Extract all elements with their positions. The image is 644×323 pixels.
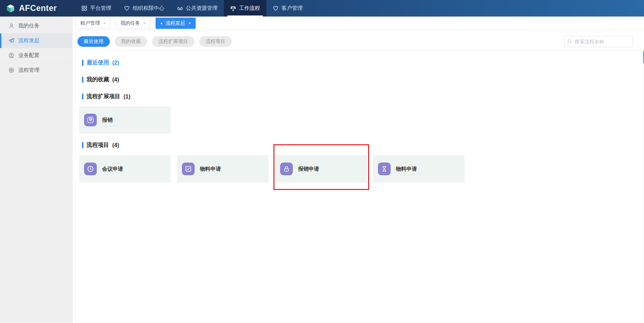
sidebar-item-my-tasks[interactable]: 我的任务 <box>0 19 72 33</box>
filter-recent[interactable]: 最近使用 <box>77 36 110 47</box>
tab-tenant-manage[interactable]: 租户管理 × <box>75 18 111 29</box>
section-header-extension-projects: 流程扩展项目 (1) <box>82 93 131 100</box>
tab-process-initiate[interactable]: • 流程发起 × <box>156 18 196 29</box>
process-sections-panel: 最近使用 (2) 我的收藏 (4) 流程扩展项目 (1) 报销 流程 <box>75 50 643 322</box>
active-dot: • <box>160 21 162 26</box>
checklist-icon <box>182 163 195 175</box>
process-card-baoxiao[interactable]: 报销 <box>79 106 171 134</box>
toolbar: 最近使用 我的收藏 流程扩展项目 流程项目 <box>72 30 644 50</box>
section-bar <box>82 142 83 148</box>
section-title: 我的收藏 <box>87 76 109 83</box>
spiral-chat-icon <box>84 114 97 126</box>
nav-item-public-resource[interactable]: 公共资源管理 <box>171 0 224 17</box>
search-icon <box>567 39 572 44</box>
search-box <box>564 36 633 47</box>
app-logo[interactable]: AFCenter <box>0 0 69 17</box>
filter-extension-projects[interactable]: 流程扩展项目 <box>152 36 194 47</box>
process-card-reimburse-apply[interactable]: 报销申请 <box>275 155 367 183</box>
hourglass-icon <box>378 163 391 175</box>
sidebar-item-label: 我的任务 <box>18 23 39 29</box>
nav-item-customer[interactable]: 客户管理 <box>266 0 309 17</box>
filter-label: 最近使用 <box>84 38 103 45</box>
sidebar-item-label: 流程发起 <box>18 37 39 44</box>
app-title: AFCenter <box>19 4 57 13</box>
sidebar-item-label: 业务配置 <box>18 52 39 59</box>
section-count: (4) <box>112 77 119 83</box>
sidebar: 我的任务 流程发起 业务配置 流程管理 <box>0 17 72 323</box>
close-icon[interactable]: × <box>143 21 146 26</box>
nav-label: 客户管理 <box>282 5 303 12</box>
tab-my-tasks[interactable]: 我的任务 × <box>115 18 151 29</box>
nav-label: 平台管理 <box>90 5 111 12</box>
sidebar-item-label: 流程管理 <box>18 67 39 74</box>
sidebar-item-business-config[interactable]: 业务配置 <box>0 48 72 63</box>
section-header-projects: 流程项目 (4) <box>82 141 119 149</box>
app-grid-icon <box>81 5 87 11</box>
cube-circle-icon <box>8 67 14 73</box>
section-count: (4) <box>112 142 119 148</box>
main-content: 租户管理 × 我的任务 × • 流程发起 × 最近使用 我的收藏 流程扩展项目 … <box>72 17 644 323</box>
process-card-label: 报销 <box>102 117 113 124</box>
search-input[interactable] <box>575 39 630 44</box>
top-navbar: AFCenter 平台管理 组织权限中心 <box>0 0 644 17</box>
section-bar <box>82 77 83 83</box>
process-card-meeting-apply[interactable]: 会议申请 <box>79 155 171 183</box>
tab-label: 我的任务 <box>120 20 140 26</box>
nav-label: 公共资源管理 <box>186 5 217 12</box>
nav-item-workflow[interactable]: 工作流程 <box>224 0 266 17</box>
section-bar <box>82 60 83 66</box>
top-nav-menu: 平台管理 组织权限中心 公共资源管理 <box>75 0 309 17</box>
tab-strip: 租户管理 × 我的任务 × • 流程发起 × <box>72 17 644 30</box>
scales-icon <box>230 5 236 11</box>
filter-pills: 最近使用 我的收藏 流程扩展项目 流程项目 <box>77 36 232 47</box>
tab-label: 流程发起 <box>165 20 185 26</box>
heart-icon <box>273 5 279 11</box>
section-title: 流程项目 <box>87 141 109 149</box>
lock-icon <box>280 163 293 175</box>
section-title: 流程扩展项目 <box>87 93 120 100</box>
section-header-recent: 最近使用 (2) <box>82 59 119 66</box>
process-card-material-apply-2[interactable]: 物料申请 <box>373 155 465 183</box>
section-header-favorites: 我的收藏 (4) <box>82 76 119 83</box>
nav-item-platform[interactable]: 平台管理 <box>75 0 118 17</box>
filter-favorites[interactable]: 我的收藏 <box>115 36 147 47</box>
process-card-label: 报销申请 <box>298 166 319 172</box>
glasses-icon <box>177 5 183 11</box>
section-title: 最近使用 <box>87 59 109 66</box>
user-circle-icon <box>8 52 14 58</box>
section-count: (1) <box>124 94 131 100</box>
sidebar-item-process-manage[interactable]: 流程管理 <box>0 63 72 78</box>
process-card-label: 物料申请 <box>396 166 417 172</box>
process-card-label: 会议申请 <box>102 166 123 172</box>
process-card-label: 物料申请 <box>200 166 221 172</box>
user-icon <box>8 23 14 29</box>
nav-label: 组织权限中心 <box>133 5 164 12</box>
heart-icon <box>124 5 130 11</box>
filter-label: 流程项目 <box>206 38 225 45</box>
filter-projects[interactable]: 流程项目 <box>199 36 232 47</box>
process-card-material-apply-1[interactable]: 物料申请 <box>177 155 269 183</box>
paper-plane-icon <box>8 38 14 44</box>
filter-label: 流程扩展项目 <box>158 38 188 45</box>
nav-label: 工作流程 <box>239 5 260 12</box>
app-logo-icon <box>6 4 15 13</box>
nav-item-org-permission[interactable]: 组织权限中心 <box>118 0 171 17</box>
section-count: (2) <box>112 60 119 66</box>
clock-icon <box>84 163 97 175</box>
close-icon[interactable]: × <box>103 21 106 26</box>
sidebar-item-process-initiate[interactable]: 流程发起 <box>0 33 72 48</box>
close-icon[interactable]: × <box>188 21 191 26</box>
tab-label: 租户管理 <box>80 20 100 26</box>
filter-label: 我的收藏 <box>121 38 141 45</box>
section-bar <box>82 94 83 100</box>
